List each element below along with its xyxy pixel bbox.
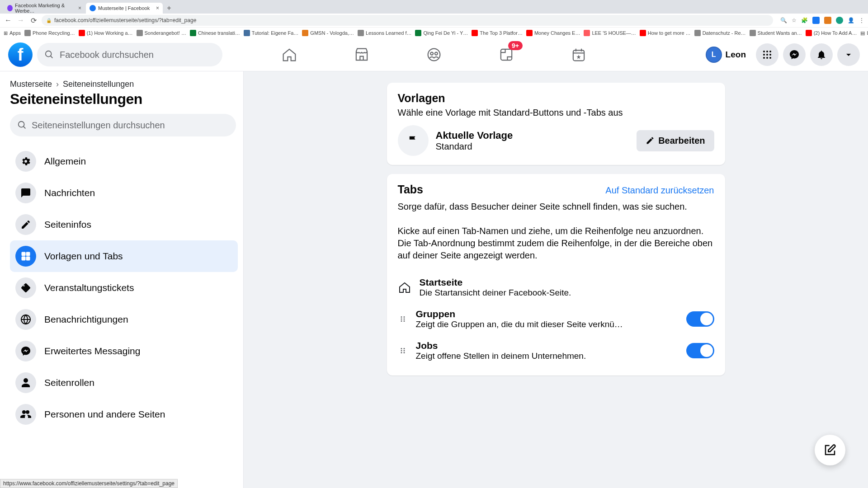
drag-handle-icon[interactable] (398, 315, 408, 323)
browser-tab[interactable]: Facebook Marketing & Werbe… × (4, 3, 85, 14)
chevron-right-icon: › (56, 80, 59, 89)
bookmark-favicon-icon (806, 30, 812, 36)
tab-name: Jobs (416, 340, 678, 351)
svg-line-1 (51, 56, 53, 58)
bookmark[interactable]: LEE 'S HOUSE—… (584, 30, 636, 36)
bookmark[interactable]: (1) How Working a… (79, 30, 133, 36)
close-icon[interactable]: × (156, 5, 159, 11)
url-input[interactable]: 🔒 facebook.com/offiziellemusterseite/set… (42, 15, 773, 26)
bookmark[interactable]: Phone Recycling… (24, 30, 75, 36)
reading-list-icon: ▤ (860, 30, 865, 36)
bell-icon (816, 49, 827, 60)
nav-home[interactable] (280, 46, 298, 64)
bookmark[interactable]: Student Wants an… (750, 30, 802, 36)
nav-events[interactable] (570, 46, 588, 64)
svg-point-29 (401, 348, 402, 349)
bookmark[interactable]: Datenschutz - Re… (694, 30, 746, 36)
messenger-button[interactable] (783, 43, 806, 66)
reset-tabs-link[interactable]: Auf Standard zurücksetzen (605, 185, 714, 196)
card-subtitle: Wähle eine Vorlage mit Standard-Buttons … (398, 107, 714, 119)
sidebar-item-templates[interactable]: Vorlagen und Tabs (10, 240, 238, 272)
star-icon[interactable]: ☆ (792, 17, 797, 23)
account-button[interactable] (837, 43, 860, 66)
svg-rect-20 (22, 257, 25, 260)
nav-gaming[interactable]: 9+ (497, 46, 515, 64)
fb-top-nav: 9+ (280, 46, 588, 64)
back-button[interactable]: ← (4, 16, 13, 24)
tab-favicon-icon (7, 5, 13, 11)
sidebar-item-roles[interactable]: Seitenrollen (10, 367, 238, 399)
new-tab-button[interactable]: + (164, 3, 175, 14)
svg-rect-18 (22, 252, 25, 256)
ext-icon[interactable] (836, 17, 843, 24)
bookmark-favicon-icon (472, 30, 478, 36)
breadcrumb-root[interactable]: Musterseite (10, 80, 52, 89)
svg-rect-19 (26, 252, 30, 256)
sidebar-item-adv-messaging[interactable]: Erweitertes Messaging (10, 335, 238, 367)
pencil-icon (15, 214, 36, 235)
page-title: Seiteneinstellungen (10, 91, 238, 108)
bookmark[interactable]: (2) How To Add A… (806, 30, 857, 36)
apps-icon: ⊞ (4, 30, 8, 36)
edit-template-button[interactable]: Bearbeiten (637, 130, 714, 151)
bookmark[interactable]: How to get more … (640, 30, 691, 36)
fb-ext-icon[interactable] (812, 17, 820, 24)
bookmark[interactable]: Sonderangebot! … (137, 30, 186, 36)
groups-icon (426, 47, 442, 62)
sidebar-item-people[interactable]: Personen und andere Seiten (10, 399, 238, 430)
nav-marketplace[interactable] (353, 46, 371, 64)
close-icon[interactable]: × (78, 5, 81, 11)
ext-icon[interactable] (824, 17, 831, 24)
svg-point-25 (401, 319, 402, 320)
address-bar: ← → ⟳ 🔒 facebook.com/offiziellemustersei… (0, 14, 868, 27)
svg-point-32 (403, 350, 405, 352)
compose-fab[interactable] (815, 435, 845, 465)
flag-icon (398, 125, 429, 156)
fb-search-input[interactable]: Facebook durchsuchen (37, 43, 222, 66)
sidebar-item-notifications[interactable]: Benachrichtigungen (10, 304, 238, 335)
reading-list-button[interactable]: ▤ Leseliste (860, 30, 868, 36)
nav-groups[interactable] (425, 46, 443, 64)
svg-point-12 (769, 54, 771, 56)
profile-chip[interactable]: L Leon (704, 45, 751, 65)
toggle-groups[interactable] (686, 311, 714, 327)
tab-desc: Die Startansicht deiner Facebook-Seite. (420, 288, 714, 298)
browser-tab[interactable]: Musterseite | Facebook × (86, 3, 163, 14)
tab-row-jobs[interactable]: Jobs Zeigt offene Stellen in deinem Unte… (398, 335, 714, 366)
drag-handle-icon[interactable] (398, 347, 408, 355)
bookmark[interactable]: Tutorial: Eigene Fa… (244, 30, 299, 36)
reload-button[interactable]: ⟳ (29, 16, 38, 25)
apps-button[interactable]: ⊞ Apps (4, 30, 21, 36)
bookmark[interactable]: Money Changes E… (526, 30, 580, 36)
zoom-icon[interactable]: 🔍 (780, 17, 787, 23)
fb-logo-icon[interactable]: f (8, 42, 33, 67)
sidebar-item-messages[interactable]: Nachrichten (10, 177, 238, 209)
profile-ext-icon[interactable]: 👤 (848, 17, 854, 23)
grid-icon (15, 246, 36, 267)
bookmark[interactable]: Qing Fei De Yi - Y… (415, 30, 468, 36)
bookmark-favicon-icon (358, 30, 364, 36)
menu-button[interactable] (756, 43, 778, 66)
avatar-icon: L (706, 47, 722, 63)
chat-icon (15, 183, 36, 203)
settings-search-input[interactable]: Seiteneinstellungen durchsuchen (10, 114, 236, 136)
svg-rect-21 (26, 257, 30, 260)
puzzle-icon[interactable]: 🧩 (801, 17, 808, 23)
bookmark[interactable]: Chinese translati… (190, 30, 240, 36)
sidebar-item-pageinfo[interactable]: Seiteninfos (10, 209, 238, 240)
toggle-jobs[interactable] (686, 343, 714, 358)
svg-point-4 (435, 52, 438, 55)
browser-chrome: Facebook Marketing & Werbe… × Musterseit… (0, 0, 868, 38)
menu-icon[interactable]: ⋮ (859, 17, 864, 23)
svg-point-2 (428, 49, 440, 61)
sidebar-item-tickets[interactable]: Veranstaltungstickets (10, 272, 238, 304)
bookmark[interactable]: GMSN - Vologda,… (302, 30, 354, 36)
bookmark-favicon-icon (584, 30, 590, 36)
tab-desc: Zeigt die Gruppen an, die du mit dieser … (416, 319, 678, 329)
notifications-button[interactable] (810, 43, 833, 66)
forward-button[interactable]: → (16, 16, 25, 24)
bookmark[interactable]: Lessons Learned f… (358, 30, 412, 36)
tab-row-groups[interactable]: Gruppen Zeigt die Gruppen an, die du mit… (398, 303, 714, 335)
bookmark[interactable]: The Top 3 Platfor… (472, 30, 523, 36)
sidebar-item-general[interactable]: Allgemein (10, 145, 238, 177)
